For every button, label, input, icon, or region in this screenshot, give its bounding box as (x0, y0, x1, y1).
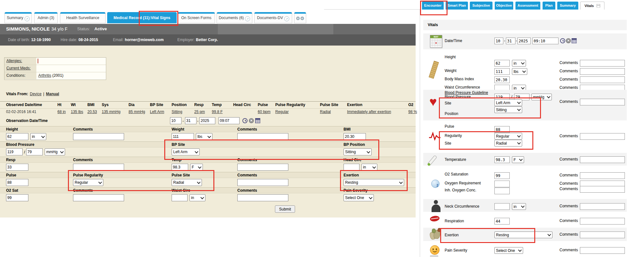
r-day-input[interactable] (506, 38, 515, 44)
temp-input[interactable] (172, 164, 188, 171)
history-value-5[interactable]: 85 mmHg (129, 110, 145, 114)
head-circ-unit-select[interactable]: in (361, 164, 377, 171)
bmi-input[interactable] (344, 133, 366, 140)
tab-plan[interactable]: Plan (543, 2, 555, 10)
r-inh-oxygen-comments-input[interactable] (580, 186, 625, 193)
history-value-9[interactable]: 99.8 F (212, 110, 223, 114)
tab-summary[interactable]: Summary (557, 2, 578, 10)
r-oxygen-req-input[interactable] (494, 181, 510, 187)
r-neck-comments-input[interactable] (580, 203, 625, 210)
bp-systolic-input[interactable] (6, 148, 23, 155)
waist-circ-input[interactable] (172, 194, 188, 201)
waist-unit-select[interactable]: in (189, 194, 205, 201)
tab-admin-3-[interactable]: Admin (3) (34, 12, 58, 23)
r-bmi-comments-input[interactable] (580, 76, 625, 83)
o2-comments-input[interactable] (73, 194, 124, 201)
summary-box-label[interactable]: Allergies: (4, 58, 36, 65)
r-height-input[interactable] (494, 60, 510, 67)
height-input[interactable] (6, 133, 28, 140)
tab-subjective[interactable]: Subjective (470, 2, 492, 10)
bp-guideline-link[interactable]: Blood Pressure Guideline (445, 90, 488, 95)
obs-year-input[interactable] (199, 117, 215, 124)
r-respiration-input[interactable] (494, 218, 510, 225)
tab-documents-dv[interactable]: Documents-DV↗ (254, 12, 292, 23)
calendar-icon[interactable] (255, 118, 260, 123)
history-value-3[interactable]: 20.53 (87, 110, 97, 114)
r-weight-comments-input[interactable] (580, 68, 625, 75)
r-pulse-input[interactable] (494, 126, 510, 133)
history-value-11[interactable]: 60 bpm (258, 110, 270, 114)
clock-icon[interactable] (560, 38, 565, 43)
gear-icon[interactable]: ⚙⚙ (296, 16, 305, 21)
resp-comments-input[interactable] (73, 164, 124, 171)
tab-documents-6-[interactable]: Documents (6)↗ (217, 12, 252, 23)
r-month-input[interactable] (494, 38, 503, 44)
r-respiration-comments-input[interactable] (580, 218, 625, 225)
bp-site-select[interactable]: Left Arm (172, 148, 200, 155)
open-new-window-icon[interactable]: ↗ (245, 16, 250, 21)
r-pain-select[interactable]: Select One (494, 247, 523, 254)
r-height-unit-select[interactable]: in (512, 60, 526, 67)
temp-comments-input[interactable] (237, 164, 288, 171)
r-temperature-comments-input[interactable] (580, 156, 625, 163)
clock-icon[interactable] (242, 118, 248, 123)
r-regularity-select[interactable]: Regular (494, 133, 522, 139)
temp-unit-select[interactable]: F (190, 164, 203, 171)
r-exertion-comments-input[interactable] (580, 232, 625, 238)
clear-date-icon[interactable]: ✕ (566, 38, 571, 43)
tab-medical-record[interactable]: Medical Record (11):Vital Signs (107, 12, 177, 23)
open-new-window-icon[interactable]: ↗ (284, 16, 289, 21)
tab-encounter[interactable]: Encounter (422, 2, 444, 10)
r-bp-comments-input[interactable] (580, 99, 625, 105)
tab-health-surveillance[interactable]: Health Surveillance (60, 12, 106, 23)
history-value-13[interactable]: Radial (320, 110, 331, 114)
r-weight-input[interactable] (494, 68, 510, 75)
history-value-15[interactable]: 98 % (408, 110, 417, 114)
tab-on-screen-forms[interactable]: On Screen Forms (178, 12, 215, 23)
tab-assessment[interactable]: Assessment (515, 2, 540, 10)
r-bp-position-select[interactable]: Sitting (494, 106, 522, 113)
r-o2-sat-comments-input[interactable] (580, 172, 625, 179)
pain-severity-select[interactable]: Select One (344, 194, 374, 201)
weight-unit-select[interactable]: lbs (196, 133, 212, 140)
waist-comments-input[interactable] (237, 194, 288, 201)
condition-link[interactable]: Arthritis (38, 73, 51, 78)
calendar-icon[interactable] (572, 38, 577, 43)
r-pain-comments-input[interactable] (580, 247, 625, 254)
r-neck-input[interactable] (494, 203, 510, 210)
r-weight-unit-select[interactable]: lbs (512, 68, 527, 75)
tab-vitals-active[interactable]: Vitals (580, 2, 604, 10)
history-value-4[interactable]: 135 mmHg (102, 110, 121, 114)
r-temperature-input[interactable] (494, 156, 510, 163)
weight-input[interactable] (172, 133, 194, 140)
r-o2-sat-input[interactable] (494, 172, 510, 179)
history-value-2[interactable]: 135 lbs (71, 110, 83, 114)
history-value-8[interactable]: 25 pm (194, 110, 205, 114)
obs-time-input[interactable] (218, 117, 240, 124)
r-height-comments-input[interactable] (580, 60, 625, 67)
height-unit-select[interactable]: in (30, 133, 46, 140)
vitals-from-device-link[interactable]: Device (30, 92, 41, 96)
open-new-window-icon[interactable]: ↗ (25, 16, 30, 21)
r-pulse-site-select[interactable]: Radial (494, 140, 522, 146)
pulse-site-select[interactable]: Radial (172, 179, 202, 186)
tab-summary[interactable]: Summary↗ (4, 12, 32, 23)
history-value-6[interactable]: Left Arm (150, 110, 164, 114)
history-value-14[interactable]: Immediately after exertion (347, 110, 391, 114)
history-value-12[interactable]: Regular (275, 110, 289, 114)
r-pulse-comments-input[interactable] (580, 133, 625, 140)
r-neck-unit-select[interactable]: in (512, 203, 526, 210)
obs-month-input[interactable] (170, 117, 181, 124)
submit-button[interactable]: Submit (275, 205, 295, 213)
pulse-comments-input[interactable] (237, 179, 288, 186)
pulse-regularity-select[interactable]: Regular (73, 179, 103, 186)
o2-sat-input[interactable] (6, 194, 28, 201)
history-value-7[interactable]: Sitting (172, 110, 182, 114)
summary-box-label[interactable]: Current Meds: (4, 65, 36, 72)
r-bmi-input[interactable] (494, 76, 510, 83)
head-circ-input[interactable] (344, 164, 359, 171)
bp-position-select[interactable]: Sitting (344, 148, 372, 155)
bp-unit-select[interactable]: mmHg (45, 148, 65, 155)
exertion-select[interactable]: Resting (344, 179, 404, 186)
r-time-input[interactable] (532, 38, 559, 44)
